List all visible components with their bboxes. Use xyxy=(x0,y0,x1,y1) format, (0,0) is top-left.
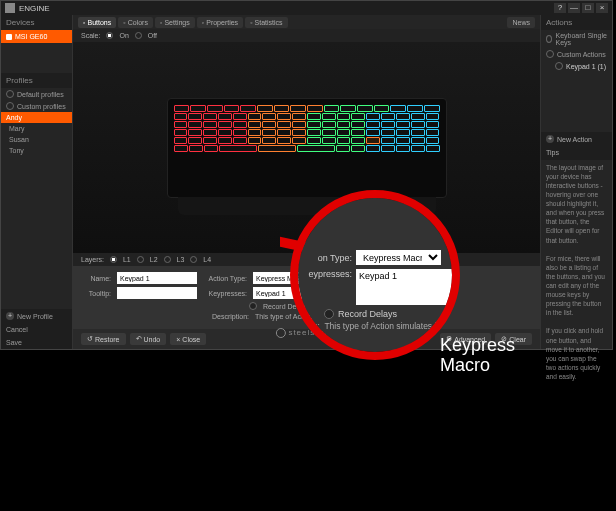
mag-keypresses-input[interactable] xyxy=(356,269,452,305)
profiles-label: Profiles xyxy=(1,73,72,88)
record-delays-checkbox[interactable] xyxy=(249,302,257,310)
magnifier-content: on Type: Keypress Macro eypresses: Recor… xyxy=(298,198,452,352)
undo-button[interactable]: ↶ Undo xyxy=(130,333,167,345)
name-label: Name: xyxy=(81,275,111,282)
custom-actions[interactable]: Custom Actions xyxy=(541,48,612,60)
description-label: Description: xyxy=(205,313,249,320)
profile-susan[interactable]: Susan xyxy=(1,134,72,145)
tip-text-1: The layout image of your device has inte… xyxy=(546,163,607,245)
right-panel: Actions Keyboard Single Keys Custom Acti… xyxy=(540,15,612,349)
tab-buttons[interactable]: ◦ Buttons xyxy=(78,17,116,28)
left-panel: Devices MSI GE60 Profiles Default profil… xyxy=(1,15,73,349)
tab-settings[interactable]: ◦ Settings xyxy=(155,17,195,28)
devices-label: Devices xyxy=(1,15,72,30)
scale-row: Scale: On Off xyxy=(73,29,540,42)
close-form-button[interactable]: × Close xyxy=(170,333,206,345)
tooltip-label: Tooltip: xyxy=(81,290,111,297)
cancel-button[interactable]: Cancel xyxy=(1,323,72,336)
new-action-button[interactable]: +New Action xyxy=(541,132,612,146)
tab-statistics[interactable]: ◦ Statistics xyxy=(245,17,288,28)
keyboard-single-keys[interactable]: Keyboard Single Keys xyxy=(541,30,612,48)
default-profiles[interactable]: Default profiles xyxy=(1,88,72,100)
keypad1-action[interactable]: Keypad 1 (1) xyxy=(541,60,612,72)
layer-l2-radio[interactable] xyxy=(137,256,144,263)
layer-l1-radio[interactable] xyxy=(110,256,117,263)
tip-text-2: For mice, there will also be a listing o… xyxy=(546,254,607,318)
tip-text-3: If you click and hold one button, and mo… xyxy=(546,326,607,381)
layer-l4-radio[interactable] xyxy=(190,256,197,263)
layer-l3-radio[interactable] xyxy=(164,256,171,263)
mag-action-type-select[interactable]: Keypress Macro xyxy=(356,250,441,265)
plus-icon: + xyxy=(6,312,14,320)
profile-tony[interactable]: Tony xyxy=(1,145,72,156)
profile-mary[interactable]: Mary xyxy=(1,123,72,134)
name-input[interactable] xyxy=(117,272,197,284)
maximize-button[interactable]: □ xyxy=(582,3,594,13)
minimize-button[interactable]: — xyxy=(568,3,580,13)
keyboard-preview xyxy=(73,42,540,253)
app-icon xyxy=(5,3,15,13)
custom-profiles[interactable]: Custom profiles xyxy=(1,100,72,112)
magnifier-caption: Keypress Macro xyxy=(440,336,515,376)
keyboard[interactable] xyxy=(167,98,447,198)
tab-colors[interactable]: ◦ Colors xyxy=(118,17,153,28)
tooltip-input[interactable] xyxy=(117,287,197,299)
device-item[interactable]: MSI GE60 xyxy=(1,30,72,43)
tab-news[interactable]: News xyxy=(507,17,535,28)
tips-panel: Tips The layout image of your device has… xyxy=(541,146,612,385)
save-button[interactable]: Save xyxy=(1,336,72,349)
action-type-label: Action Type: xyxy=(203,275,247,282)
tabs: ◦ Buttons ◦ Colors ◦ Settings ◦ Properti… xyxy=(73,15,540,29)
actions-label: Actions xyxy=(541,15,612,30)
scale-on-radio[interactable] xyxy=(106,32,113,39)
mag-record-delays-checkbox[interactable] xyxy=(324,309,334,319)
layers-label: Layers: xyxy=(81,256,104,263)
restore-button[interactable]: ↺ Restore xyxy=(81,333,126,345)
scale-label: Scale: xyxy=(81,32,100,39)
mag-keypresses-label: eypresses: xyxy=(304,269,352,279)
close-button[interactable]: × xyxy=(596,3,608,13)
help-button[interactable]: ? xyxy=(554,3,566,13)
mag-action-type-label: on Type: xyxy=(304,253,352,263)
titlebar: ENGINE ? — □ × xyxy=(1,1,612,15)
keypresses-label: Keypresses: xyxy=(203,290,247,297)
tips-label: Tips xyxy=(541,146,612,160)
record-delays-label: Record Delays xyxy=(263,303,309,310)
tab-properties[interactable]: ◦ Properties xyxy=(197,17,243,28)
profile-andy[interactable]: Andy xyxy=(1,112,72,123)
plus-icon: + xyxy=(546,135,554,143)
scale-off-radio[interactable] xyxy=(135,32,142,39)
app-title: ENGINE xyxy=(19,4,554,13)
mag-record-delays-label: Record Delays xyxy=(338,309,397,319)
new-profile-button[interactable]: +New Profile xyxy=(1,309,72,323)
